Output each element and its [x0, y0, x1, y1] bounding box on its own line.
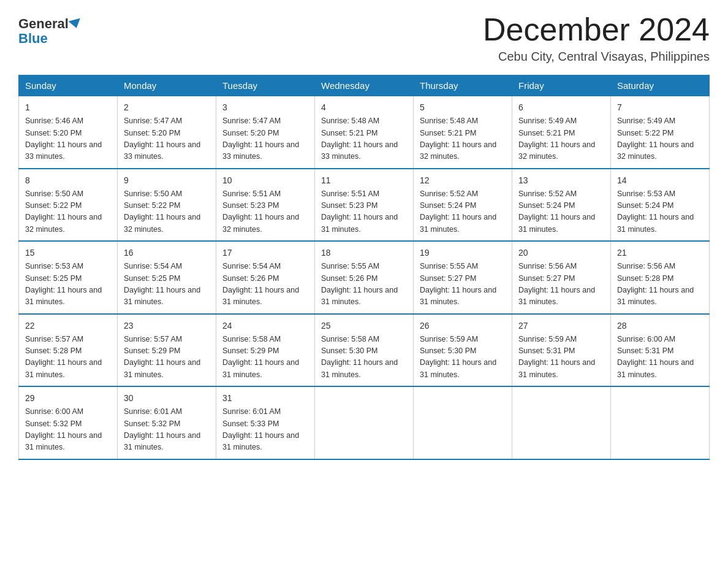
- day-info: Sunrise: 5:58 AMSunset: 5:30 PMDaylight:…: [321, 335, 398, 379]
- logo: General Blue: [18, 12, 82, 47]
- day-info: Sunrise: 5:52 AMSunset: 5:24 PMDaylight:…: [420, 190, 496, 234]
- calendar-cell: 21Sunrise: 5:56 AMSunset: 5:28 PMDayligh…: [611, 241, 710, 314]
- day-number: 1: [25, 101, 111, 114]
- day-info: Sunrise: 5:47 AMSunset: 5:20 PMDaylight:…: [222, 117, 299, 161]
- day-info: Sunrise: 5:54 AMSunset: 5:26 PMDaylight:…: [222, 262, 299, 306]
- calendar-week-row: 15Sunrise: 5:53 AMSunset: 5:25 PMDayligh…: [19, 241, 710, 314]
- weekday-header-tuesday: Tuesday: [216, 75, 315, 96]
- weekday-header-wednesday: Wednesday: [315, 75, 414, 96]
- day-info: Sunrise: 5:51 AMSunset: 5:23 PMDaylight:…: [321, 190, 398, 234]
- calendar-cell: 15Sunrise: 5:53 AMSunset: 5:25 PMDayligh…: [19, 241, 118, 314]
- day-number: 22: [25, 320, 111, 332]
- day-info: Sunrise: 5:53 AMSunset: 5:25 PMDaylight:…: [25, 262, 102, 306]
- title-section: December 2024 Cebu City, Central Visayas…: [483, 12, 710, 64]
- day-number: 18: [321, 247, 407, 259]
- day-number: 6: [518, 101, 604, 114]
- day-info: Sunrise: 5:48 AMSunset: 5:21 PMDaylight:…: [321, 117, 398, 161]
- day-info: Sunrise: 5:59 AMSunset: 5:31 PMDaylight:…: [518, 335, 595, 379]
- calendar-cell: 8Sunrise: 5:50 AMSunset: 5:22 PMDaylight…: [19, 169, 118, 242]
- day-number: 11: [321, 174, 407, 187]
- calendar-cell: 4Sunrise: 5:48 AMSunset: 5:21 PMDaylight…: [315, 96, 414, 169]
- calendar-cell: [414, 386, 512, 459]
- day-number: 16: [124, 247, 210, 259]
- calendar-cell: 31Sunrise: 6:01 AMSunset: 5:33 PMDayligh…: [216, 386, 315, 459]
- calendar-cell: 28Sunrise: 6:00 AMSunset: 5:31 PMDayligh…: [611, 314, 710, 387]
- calendar-cell: 29Sunrise: 6:00 AMSunset: 5:32 PMDayligh…: [19, 386, 118, 459]
- calendar-cell: 26Sunrise: 5:59 AMSunset: 5:30 PMDayligh…: [414, 314, 512, 387]
- calendar-cell: 12Sunrise: 5:52 AMSunset: 5:24 PMDayligh…: [414, 169, 512, 242]
- calendar-week-row: 1Sunrise: 5:46 AMSunset: 5:20 PMDaylight…: [19, 96, 710, 169]
- logo-general-text: General: [18, 17, 69, 31]
- calendar-cell: 22Sunrise: 5:57 AMSunset: 5:28 PMDayligh…: [19, 314, 118, 387]
- calendar-cell: 11Sunrise: 5:51 AMSunset: 5:23 PMDayligh…: [315, 169, 414, 242]
- day-info: Sunrise: 5:55 AMSunset: 5:27 PMDaylight:…: [420, 262, 496, 306]
- calendar-week-row: 8Sunrise: 5:50 AMSunset: 5:22 PMDaylight…: [19, 169, 710, 242]
- calendar-cell: 7Sunrise: 5:49 AMSunset: 5:22 PMDaylight…: [611, 96, 710, 169]
- day-number: 24: [222, 320, 308, 332]
- day-info: Sunrise: 5:48 AMSunset: 5:21 PMDaylight:…: [420, 117, 496, 161]
- day-info: Sunrise: 6:00 AMSunset: 5:32 PMDaylight:…: [25, 407, 102, 451]
- day-number: 10: [222, 174, 308, 187]
- calendar-cell: 27Sunrise: 5:59 AMSunset: 5:31 PMDayligh…: [512, 314, 611, 387]
- day-number: 26: [420, 320, 506, 332]
- day-info: Sunrise: 5:49 AMSunset: 5:21 PMDaylight:…: [518, 117, 595, 161]
- calendar-cell: [315, 386, 414, 459]
- day-number: 12: [420, 174, 506, 187]
- day-info: Sunrise: 5:51 AMSunset: 5:23 PMDaylight:…: [222, 190, 299, 234]
- page-header: General Blue December 2024 Cebu City, Ce…: [18, 12, 710, 64]
- day-info: Sunrise: 5:58 AMSunset: 5:29 PMDaylight:…: [222, 335, 299, 379]
- day-info: Sunrise: 5:56 AMSunset: 5:27 PMDaylight:…: [518, 262, 595, 306]
- day-number: 31: [222, 392, 308, 405]
- calendar-cell: 17Sunrise: 5:54 AMSunset: 5:26 PMDayligh…: [216, 241, 315, 314]
- day-info: Sunrise: 5:47 AMSunset: 5:20 PMDaylight:…: [124, 117, 200, 161]
- day-number: 19: [420, 247, 506, 259]
- logo-arrow-icon: [68, 18, 82, 30]
- day-number: 3: [222, 101, 308, 114]
- calendar-cell: 20Sunrise: 5:56 AMSunset: 5:27 PMDayligh…: [512, 241, 611, 314]
- day-number: 5: [420, 101, 506, 114]
- weekday-header-friday: Friday: [512, 75, 611, 96]
- day-number: 28: [617, 320, 703, 332]
- day-number: 8: [25, 174, 111, 187]
- day-info: Sunrise: 5:46 AMSunset: 5:20 PMDaylight:…: [25, 117, 102, 161]
- calendar-cell: 25Sunrise: 5:58 AMSunset: 5:30 PMDayligh…: [315, 314, 414, 387]
- day-number: 2: [124, 101, 210, 114]
- day-number: 15: [25, 247, 111, 259]
- weekday-header-monday: Monday: [118, 75, 216, 96]
- month-title: December 2024: [483, 12, 710, 47]
- day-info: Sunrise: 5:57 AMSunset: 5:28 PMDaylight:…: [25, 335, 102, 379]
- day-info: Sunrise: 5:55 AMSunset: 5:26 PMDaylight:…: [321, 262, 398, 306]
- day-number: 25: [321, 320, 407, 332]
- day-number: 4: [321, 101, 407, 114]
- calendar-cell: 3Sunrise: 5:47 AMSunset: 5:20 PMDaylight…: [216, 96, 315, 169]
- calendar-week-row: 29Sunrise: 6:00 AMSunset: 5:32 PMDayligh…: [19, 386, 710, 459]
- calendar-cell: 14Sunrise: 5:53 AMSunset: 5:24 PMDayligh…: [611, 169, 710, 242]
- calendar-cell: 16Sunrise: 5:54 AMSunset: 5:25 PMDayligh…: [118, 241, 216, 314]
- weekday-header-saturday: Saturday: [611, 75, 710, 96]
- day-info: Sunrise: 5:50 AMSunset: 5:22 PMDaylight:…: [124, 190, 200, 234]
- calendar-cell: 5Sunrise: 5:48 AMSunset: 5:21 PMDaylight…: [414, 96, 512, 169]
- day-info: Sunrise: 5:56 AMSunset: 5:28 PMDaylight:…: [617, 262, 694, 306]
- location-text: Cebu City, Central Visayas, Philippines: [483, 50, 710, 64]
- weekday-header-thursday: Thursday: [414, 75, 512, 96]
- calendar-cell: 1Sunrise: 5:46 AMSunset: 5:20 PMDaylight…: [19, 96, 118, 169]
- calendar-week-row: 22Sunrise: 5:57 AMSunset: 5:28 PMDayligh…: [19, 314, 710, 387]
- day-number: 20: [518, 247, 604, 259]
- calendar-body: 1Sunrise: 5:46 AMSunset: 5:20 PMDaylight…: [19, 96, 710, 459]
- day-number: 14: [617, 174, 703, 187]
- calendar-cell: 30Sunrise: 6:01 AMSunset: 5:32 PMDayligh…: [118, 386, 216, 459]
- calendar-header: SundayMondayTuesdayWednesdayThursdayFrid…: [19, 75, 710, 96]
- day-info: Sunrise: 5:57 AMSunset: 5:29 PMDaylight:…: [124, 335, 200, 379]
- calendar-cell: [512, 386, 611, 459]
- calendar-cell: 24Sunrise: 5:58 AMSunset: 5:29 PMDayligh…: [216, 314, 315, 387]
- day-number: 7: [617, 101, 703, 114]
- calendar-cell: 18Sunrise: 5:55 AMSunset: 5:26 PMDayligh…: [315, 241, 414, 314]
- day-info: Sunrise: 6:00 AMSunset: 5:31 PMDaylight:…: [617, 335, 694, 379]
- day-number: 27: [518, 320, 604, 332]
- calendar-cell: 19Sunrise: 5:55 AMSunset: 5:27 PMDayligh…: [414, 241, 512, 314]
- calendar-cell: 6Sunrise: 5:49 AMSunset: 5:21 PMDaylight…: [512, 96, 611, 169]
- calendar-cell: 2Sunrise: 5:47 AMSunset: 5:20 PMDaylight…: [118, 96, 216, 169]
- logo-blue-text: Blue: [18, 31, 48, 47]
- day-number: 13: [518, 174, 604, 187]
- calendar-cell: 10Sunrise: 5:51 AMSunset: 5:23 PMDayligh…: [216, 169, 315, 242]
